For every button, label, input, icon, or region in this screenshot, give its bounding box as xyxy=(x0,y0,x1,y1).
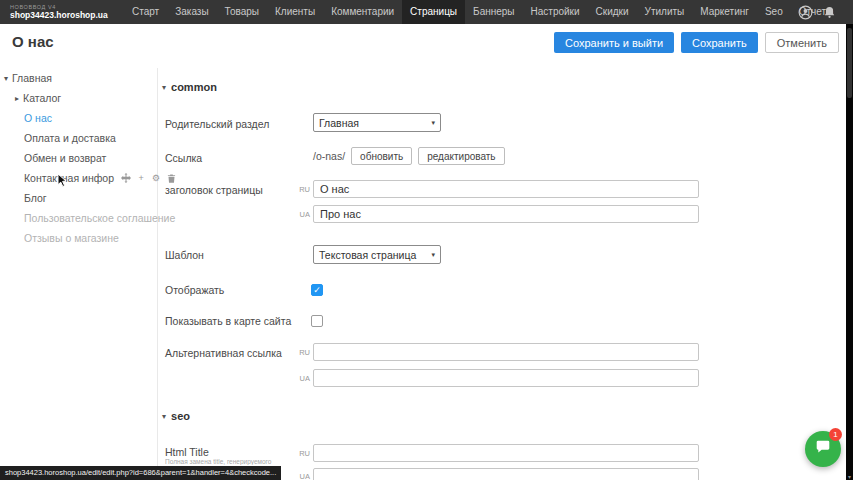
parent-section-label: Родительский раздел xyxy=(165,118,269,130)
tree-item-store-reviews[interactable]: Отзывы о магазине xyxy=(0,228,157,248)
lang-tag-ru: RU xyxy=(297,449,310,458)
notifications-icon[interactable] xyxy=(822,5,837,20)
template-value: Текстовая страница xyxy=(319,249,416,261)
tree-item-label: Контактная инфор xyxy=(24,172,114,184)
logo-domain: shop34423.horoshop.ua xyxy=(10,10,118,20)
tree-item-label: Оплата и доставка xyxy=(24,132,116,144)
html-title-ru-input[interactable] xyxy=(313,444,699,462)
chevron-down-icon: ▾ xyxy=(431,251,435,259)
chat-unread-badge: 1 xyxy=(829,428,842,441)
tree-item-exchange-return[interactable]: Обмен и возврат xyxy=(0,148,157,168)
tree-item-actions: + ⚙ xyxy=(121,173,176,183)
tree-item-contact-info[interactable]: Контактная инфор + ⚙ xyxy=(0,168,157,188)
save-button[interactable]: Сохранить xyxy=(681,32,758,53)
tree-item-label: Отзывы о магазине xyxy=(24,232,119,244)
settings-icon[interactable]: ⚙ xyxy=(151,173,161,183)
tree-item-user-agreement[interactable]: Пользовательское соглашение xyxy=(0,208,157,228)
tree-item-blog[interactable]: Блог xyxy=(0,188,157,208)
delete-icon[interactable] xyxy=(166,173,176,183)
template-label: Шаблон xyxy=(165,249,204,261)
tree-item-label: Пользовательское соглашение xyxy=(24,212,175,224)
sitemap-label: Показывать в карте сайта xyxy=(165,315,291,327)
section-common[interactable]: ▾ common xyxy=(162,81,217,93)
logo[interactable]: НОВОВВОД V4 shop34423.horoshop.ua xyxy=(0,4,118,20)
alt-link-ru-input[interactable] xyxy=(313,343,699,361)
tree-item-payment-delivery[interactable]: Оплата и доставка xyxy=(0,128,157,148)
caret-down-icon: ▾ xyxy=(162,83,166,92)
add-page-icon[interactable]: + xyxy=(136,173,146,183)
tree-item-label: Блог xyxy=(24,192,47,204)
page-heading-ua-input[interactable] xyxy=(313,205,699,223)
move-icon[interactable] xyxy=(121,173,131,183)
tree-item-label: Обмен и возврат xyxy=(24,152,106,164)
section-common-label: common xyxy=(171,81,217,93)
nav-orders[interactable]: Заказы xyxy=(167,0,216,24)
lang-tag-ru: RU xyxy=(297,185,310,194)
scroll-down-icon[interactable]: ▾ xyxy=(846,473,853,480)
caret-down-icon: ▾ xyxy=(162,412,166,421)
save-and-exit-button[interactable]: Сохранить и выйти xyxy=(554,32,674,53)
chevron-down-icon: ▾ xyxy=(431,119,435,127)
main-nav: Старт Заказы Товары Клиенты Комментарии … xyxy=(124,0,841,24)
parent-section-select[interactable]: Главная ▾ xyxy=(313,113,441,132)
tree-item-label: Каталог xyxy=(23,92,61,104)
lang-tag-ua: UA xyxy=(297,210,310,219)
topbar: НОВОВВОД V4 shop34423.horoshop.ua Старт … xyxy=(0,0,853,24)
nav-settings[interactable]: Настройки xyxy=(523,0,588,24)
scrollbar-thumb[interactable] xyxy=(847,28,852,98)
section-seo[interactable]: ▾ seo xyxy=(162,410,190,422)
caret-right-icon[interactable]: ▸ xyxy=(15,94,19,103)
check-icon: ✓ xyxy=(313,284,321,296)
lang-tag-ua: UA xyxy=(297,472,310,480)
lang-tag-ru: RU xyxy=(297,348,310,357)
nav-utilities[interactable]: Утилиты xyxy=(637,0,693,24)
link-row: /o-nas/ обновить редактировать xyxy=(313,147,505,165)
page-heading-label: заголовок страницы xyxy=(165,184,263,196)
nav-discounts[interactable]: Скидки xyxy=(588,0,637,24)
nav-clients[interactable]: Клиенты xyxy=(267,0,323,24)
vertical-scrollbar[interactable]: ▾ xyxy=(846,24,853,480)
page: НОВОВВОД V4 shop34423.horoshop.ua Старт … xyxy=(0,0,853,480)
tree-item-about[interactable]: О нас xyxy=(0,108,157,128)
chat-bubble-icon xyxy=(814,438,832,460)
nav-comments[interactable]: Комментарии xyxy=(323,0,402,24)
link-edit-button[interactable]: редактировать xyxy=(418,147,504,165)
page-heading-ru-input[interactable] xyxy=(313,180,699,198)
topbar-icons xyxy=(798,0,837,24)
page-title: О нас xyxy=(12,33,54,50)
header-buttons: Сохранить и выйти Сохранить Отменить xyxy=(554,32,839,53)
display-checkbox[interactable]: ✓ xyxy=(311,284,323,296)
status-url-bar: shop34423.horoshop.ua/edit/edit.php?id=6… xyxy=(0,466,281,480)
html-title-label: Html Title xyxy=(165,446,209,458)
template-select[interactable]: Текстовая страница ▾ xyxy=(313,245,441,264)
nav-start[interactable]: Старт xyxy=(124,0,167,24)
account-icon[interactable] xyxy=(798,5,813,20)
tree-item-label: Главная xyxy=(12,72,52,84)
tree-item-catalog[interactable]: ▸ Каталог xyxy=(0,88,157,108)
tree-item-home[interactable]: ▾ Главная xyxy=(0,68,157,88)
sitemap-checkbox[interactable] xyxy=(311,315,323,327)
alt-link-label: Альтернативная ссылка xyxy=(165,347,282,359)
tree-item-label: О нас xyxy=(24,112,52,124)
cancel-button[interactable]: Отменить xyxy=(765,32,839,53)
section-seo-label: seo xyxy=(171,410,190,422)
pages-tree-sidebar: ▾ Главная ▸ Каталог О нас Оплата и доста… xyxy=(0,68,158,480)
link-refresh-button[interactable]: обновить xyxy=(351,147,412,165)
nav-pages[interactable]: Страницы xyxy=(402,0,465,24)
html-title-hint: Полная замена title, генерируемого xyxy=(165,458,310,465)
parent-section-value: Главная xyxy=(319,117,359,129)
link-value: /o-nas/ xyxy=(313,150,345,162)
nav-products[interactable]: Товары xyxy=(217,0,267,24)
nav-seo[interactable]: Seo xyxy=(757,0,791,24)
nav-banners[interactable]: Баннеры xyxy=(465,0,522,24)
display-label: Отображать xyxy=(165,284,224,296)
caret-down-icon[interactable]: ▾ xyxy=(4,74,8,83)
html-title-ua-input[interactable] xyxy=(313,468,699,480)
link-label: Ссылка xyxy=(165,152,202,164)
nav-marketing[interactable]: Маркетинг xyxy=(692,0,757,24)
alt-link-ua-input[interactable] xyxy=(313,369,699,387)
lang-tag-ua: UA xyxy=(297,374,310,383)
